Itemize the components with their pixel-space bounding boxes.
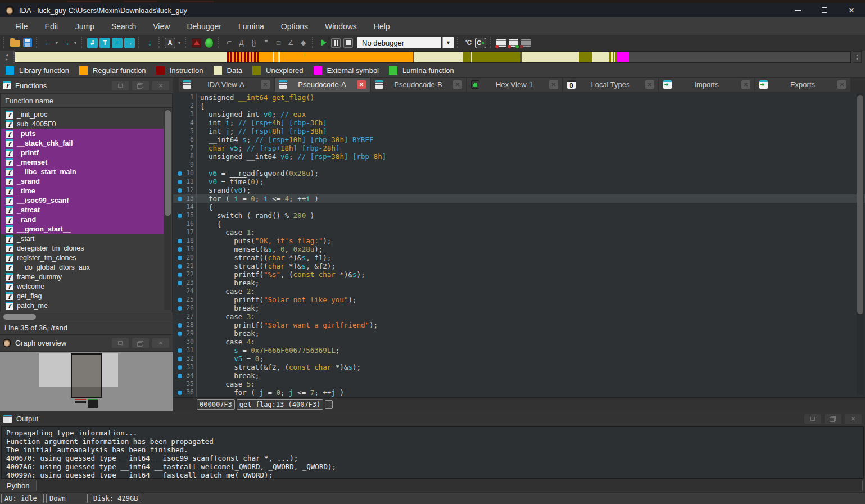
code-scrollbar[interactable] <box>857 93 864 395</box>
output-titlebar[interactable]: Output ✕ <box>0 411 865 426</box>
function-row-srand[interactable]: f_srand <box>1 176 164 186</box>
menu-view[interactable]: View <box>144 17 178 35</box>
function-row-isoc99-scanf[interactable]: f__isoc99_scanf <box>1 196 164 205</box>
stop-debugger-button[interactable] <box>343 38 354 48</box>
code-line-19[interactable]: 19 memset(&s, 0, 0x28u); <box>173 245 865 253</box>
code-line-29[interactable]: 29 break; <box>173 329 865 338</box>
graph-overview-canvas[interactable] <box>0 351 173 411</box>
code-line-31[interactable]: 31 s = 0x7F666F6067756369LL; <box>173 346 865 355</box>
code-line-30[interactable]: 30 case 4: <box>173 338 865 346</box>
tab-exports[interactable]: Exports✕ <box>755 78 850 92</box>
breakpoint-slot[interactable] <box>178 104 182 108</box>
code-line-34[interactable]: 34 break; <box>173 371 865 380</box>
output-restore-button[interactable] <box>804 414 821 424</box>
function-row-sub-4005f0[interactable]: fsub_4005F0 <box>1 119 164 129</box>
menu-search[interactable]: Search <box>103 17 144 35</box>
code-line-24[interactable]: 24 case 2: <box>173 287 865 296</box>
code-line-26[interactable]: 26 break; <box>173 304 865 312</box>
produce-c-file-button[interactable]: C➤ <box>475 38 486 48</box>
code-line-7[interactable]: 7 char v5; // [rsp+18h] [rbp-28h] <box>173 144 865 152</box>
function-name-column-header[interactable]: Function name <box>0 93 173 108</box>
menu-edit[interactable]: Edit <box>37 17 67 35</box>
jump-to-name-button[interactable]: T <box>99 38 110 48</box>
breakpoint-dot[interactable] <box>178 214 182 218</box>
close-tab-icon[interactable]: ✕ <box>741 80 750 89</box>
close-tab-icon[interactable]: ✕ <box>261 80 270 89</box>
navigate-back-button[interactable]: ← <box>42 38 53 48</box>
breakpoint-dot[interactable] <box>178 171 182 176</box>
function-row-puts[interactable]: f_puts <box>1 129 164 138</box>
text-mode-dropdown[interactable]: ▾ <box>177 38 182 48</box>
code-line-8[interactable]: 8 unsigned __int64 v6; // [rsp+38h] [rbp… <box>173 152 865 161</box>
code-line-32[interactable]: 32 v5 = 0; <box>173 355 865 363</box>
code-line-35[interactable]: 35 case 5: <box>173 380 865 388</box>
navband-scroll-arrows[interactable]: ◄► <box>0 52 15 63</box>
debugger-select[interactable]: No debugger <box>357 37 441 48</box>
tab-hex-view-1[interactable]: Hex View-1✕ <box>467 78 562 92</box>
python-input[interactable] <box>36 480 863 491</box>
menu-lumina[interactable]: Lumina <box>230 17 273 35</box>
function-row-time[interactable]: f_time <box>1 186 164 196</box>
graph-float-button[interactable] <box>132 338 149 348</box>
code-line-13[interactable]: 13 for ( i = 0; i <= 4; ++i ) <box>173 194 865 203</box>
code-line-6[interactable]: 6 __int64 s; // [rsp+10h] [rbp-30h] BYRE… <box>173 135 865 144</box>
breakpoint-slot[interactable] <box>178 146 182 151</box>
code-line-4[interactable]: 4 int i; // [rsp+4h] [rbp-3Ch] <box>173 119 865 127</box>
close-tab-icon[interactable]: ✕ <box>837 80 846 89</box>
breakpoint-dot[interactable] <box>178 348 182 353</box>
function-list-scrollbar[interactable] <box>164 109 171 310</box>
breakpoint-dot[interactable] <box>178 281 182 285</box>
breakpoint-dot[interactable] <box>178 374 182 378</box>
code-scrollbar-thumb[interactable] <box>857 95 863 314</box>
graph-close-button[interactable]: ✕ <box>152 338 169 348</box>
close-tab-icon[interactable]: ✕ <box>453 80 462 89</box>
debugger-select-arrow[interactable]: ▼ <box>442 37 454 48</box>
set-color-button[interactable] <box>191 38 202 48</box>
breakpoint-slot[interactable] <box>178 112 182 117</box>
function-row-get-flag[interactable]: fget_flag <box>1 291 164 301</box>
breakpoint-dot[interactable] <box>178 332 182 336</box>
add-comment-button[interactable]: ❞ <box>261 38 271 48</box>
menu-file[interactable]: File <box>7 17 37 35</box>
pseudocode-view[interactable]: 1unsigned __int64 get_flag()2{3 unsigned… <box>173 92 865 397</box>
tab-ida-view-a[interactable]: IDA View-A✕ <box>179 78 274 92</box>
breakpoint-slot[interactable] <box>178 155 182 159</box>
graph-overview-titlebar[interactable]: Graph overview ✕ <box>0 335 173 351</box>
breakpoint-dot[interactable] <box>178 264 182 269</box>
create-function-button[interactable]: ⊂ <box>224 38 234 48</box>
code-line-28[interactable]: 28 printf("Solar want a girlfriend"); <box>173 321 865 329</box>
functions-float-button[interactable] <box>132 81 149 90</box>
function-row-register-tm-clones[interactable]: fregister_tm_clones <box>1 253 164 262</box>
quick-c-button[interactable]: 'C <box>463 38 474 48</box>
close-button[interactable]: ✕ <box>838 3 865 17</box>
code-line-11[interactable]: 11 v0 = time(0); <box>173 178 865 186</box>
breakpoint-dot[interactable] <box>178 306 182 311</box>
breakpoint-slot[interactable] <box>178 121 182 125</box>
create-array-button[interactable]: □ <box>273 38 284 48</box>
code-line-10[interactable]: 10 v6 = __readfsqword(0x28u); <box>173 169 865 178</box>
function-row-init-proc[interactable]: f_init_proc <box>1 110 164 119</box>
close-tab-icon[interactable]: ✕ <box>357 80 366 89</box>
code-line-18[interactable]: 18 puts("OK, it's flag:"); <box>173 237 865 245</box>
function-row-do-global-dtors-aux[interactable]: f__do_global_dtors_aux <box>1 262 164 272</box>
functions-restore-button[interactable] <box>112 81 129 90</box>
function-row-gmon-start[interactable]: f__gmon_start__ <box>1 224 164 234</box>
function-list-hscrollbar-thumb[interactable] <box>3 314 36 320</box>
breakpoint-dot[interactable] <box>178 273 182 277</box>
breakpoint-dot[interactable] <box>178 180 182 184</box>
breakpoint-dot[interactable] <box>178 239 182 243</box>
navband-zoom-arrows[interactable]: ▲▼ <box>853 51 862 63</box>
tab-pseudocode-b[interactable]: Pseudocode-B✕ <box>371 78 466 92</box>
lumina-button[interactable] <box>203 38 214 48</box>
functions-close-button[interactable]: ✕ <box>152 81 169 90</box>
breakpoint-slot[interactable] <box>178 289 182 294</box>
breakpoint-dot[interactable] <box>178 188 182 193</box>
function-row-stack-chk-fail[interactable]: f__stack_chk_fail <box>1 138 164 148</box>
function-row-welcome[interactable]: fwelcome <box>1 281 164 291</box>
jump-to-address-button[interactable]: # <box>87 38 98 48</box>
code-line-15[interactable]: 15 switch ( rand() % 200 ) <box>173 211 865 220</box>
navigate-forward-button[interactable]: → <box>61 38 71 48</box>
close-tab-icon[interactable]: ✕ <box>645 80 654 89</box>
tab-imports[interactable]: Imports✕ <box>659 78 754 92</box>
breakpoint-slot[interactable] <box>178 315 182 319</box>
